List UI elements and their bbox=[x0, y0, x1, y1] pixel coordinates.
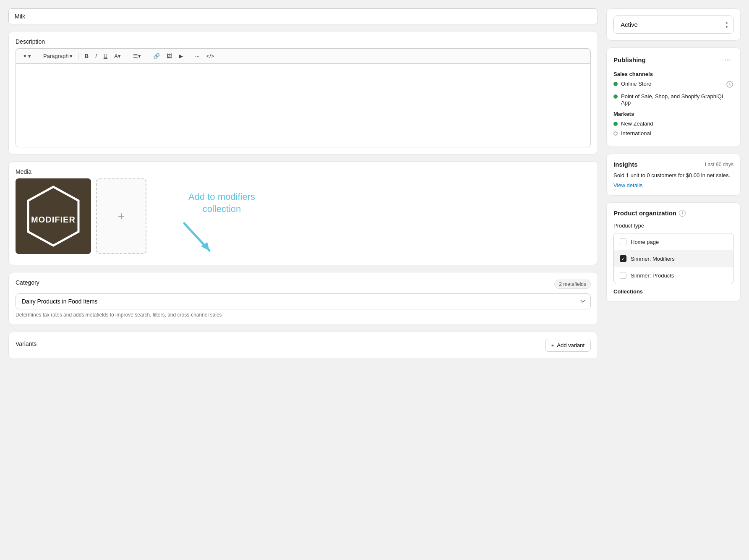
underline-button[interactable]: U bbox=[101, 51, 110, 61]
org-title-row: Product organization i bbox=[613, 209, 733, 217]
markets-section: Markets New Zealand International bbox=[613, 111, 733, 136]
media-label: Media bbox=[16, 168, 591, 175]
category-label: Category bbox=[16, 279, 39, 286]
editor-toolbar: ✦ ▾ Paragraph ▾ B I bbox=[16, 48, 591, 63]
sales-channels-label: Sales channels bbox=[613, 71, 733, 77]
view-details-link[interactable]: View details bbox=[613, 182, 642, 188]
category-section: Category 2 metafields Dairy Products in … bbox=[8, 272, 598, 325]
add-variant-label: Add variant bbox=[557, 342, 585, 348]
annotation-text: Add to modifierscollection bbox=[155, 183, 255, 215]
toolbar-divider-5 bbox=[189, 52, 189, 60]
category-hint: Determines tax rates and adds metafields… bbox=[16, 312, 591, 318]
publishing-card: Publishing ··· Sales channels Online Sto… bbox=[606, 47, 741, 147]
info-icon: i bbox=[679, 210, 686, 217]
annotation-arrow bbox=[155, 219, 222, 258]
description-label: Description bbox=[16, 38, 591, 45]
channel-name-pos: Point of Sale, Shop, and Shopify GraphiQ… bbox=[621, 93, 733, 106]
image-button[interactable]: 🖼 bbox=[164, 51, 175, 61]
text-color-button[interactable]: A▾ bbox=[112, 51, 123, 61]
media-row: MODIFIER + Add to modifierscollection bbox=[16, 178, 591, 258]
paragraph-arrow: ▾ bbox=[70, 53, 73, 59]
category-header: Category 2 metafields bbox=[16, 279, 591, 289]
more-options-button[interactable]: ··· bbox=[193, 51, 202, 61]
channels-list: Online Store Point of Sale, Shop, and Sh… bbox=[613, 81, 733, 106]
variants-section: Variants + Add variant bbox=[8, 332, 598, 359]
insights-card: Insights Last 90 days Sold 1 unit to 0 c… bbox=[606, 154, 741, 196]
collection-name-homepage: Home page bbox=[631, 239, 659, 245]
toolbar-divider-4 bbox=[147, 52, 147, 60]
bold-button[interactable]: B bbox=[82, 51, 91, 61]
channel-name-online: Online Store bbox=[621, 81, 651, 87]
add-variant-button[interactable]: + Add variant bbox=[545, 339, 591, 352]
editor-body[interactable] bbox=[16, 63, 591, 147]
collection-checkbox-homepage[interactable] bbox=[620, 238, 626, 245]
sparkle-icon: ✦ bbox=[23, 53, 27, 59]
status-card: Active Draft ▲ ▼ bbox=[606, 8, 741, 41]
market-intl: International bbox=[613, 130, 733, 136]
collection-name-products: Simmer: Products bbox=[631, 272, 674, 279]
toolbar-divider-2 bbox=[78, 52, 79, 60]
market-name-nz: New Zealand bbox=[621, 120, 653, 127]
toolbar-divider-3 bbox=[127, 52, 127, 60]
schedule-icon[interactable] bbox=[726, 81, 733, 90]
collections-label: Collections bbox=[613, 288, 733, 295]
add-media-button[interactable]: + bbox=[96, 178, 146, 254]
metafields-badge[interactable]: 2 metafields bbox=[554, 280, 591, 289]
annotation-column: Add to modifierscollection bbox=[155, 178, 255, 258]
status-select[interactable]: Active Draft bbox=[613, 16, 733, 34]
video-icon: ▶ bbox=[179, 53, 183, 59]
media-section: Media MODIFIER bbox=[8, 161, 598, 265]
variants-label: Variants bbox=[16, 340, 37, 347]
product-type-label: Product type bbox=[613, 222, 733, 229]
publishing-title-row: Publishing ··· bbox=[613, 55, 733, 65]
product-title-input[interactable]: Milk bbox=[8, 8, 598, 24]
align-button[interactable]: ☰▾ bbox=[130, 51, 144, 61]
align-icon: ☰▾ bbox=[133, 53, 141, 59]
bold-label: B bbox=[85, 53, 89, 59]
collection-name-modifiers: Simmer: Modifiers bbox=[631, 256, 675, 262]
publishing-more-button[interactable]: ··· bbox=[722, 55, 733, 65]
channel-pos: Point of Sale, Shop, and Shopify GraphiQ… bbox=[613, 93, 733, 106]
media-thumbnail-modifier[interactable]: MODIFIER bbox=[16, 178, 91, 254]
market-dot-intl bbox=[613, 131, 618, 136]
italic-button[interactable]: I bbox=[93, 51, 99, 61]
product-title-section: Milk bbox=[8, 8, 598, 24]
publishing-title: Publishing bbox=[613, 56, 646, 63]
media-thumbnails: MODIFIER + bbox=[16, 178, 146, 254]
collections-dropdown: Home page Simmer: Modifiers Simmer: Prod… bbox=[613, 233, 733, 284]
toolbar-divider-1 bbox=[37, 52, 37, 60]
paragraph-dropdown[interactable]: Paragraph ▾ bbox=[41, 51, 75, 61]
plus-icon: + bbox=[118, 209, 125, 223]
collection-checkbox-products[interactable] bbox=[620, 272, 626, 279]
code-icon: </> bbox=[206, 53, 214, 59]
channel-dot-online bbox=[613, 82, 618, 86]
collection-item-modifiers[interactable]: Simmer: Modifiers bbox=[614, 250, 733, 267]
code-button[interactable]: </> bbox=[204, 51, 217, 61]
plus-icon-variants: + bbox=[551, 342, 555, 348]
collection-item-homepage[interactable]: Home page bbox=[614, 233, 733, 250]
insights-title: Insights bbox=[613, 161, 638, 168]
svg-text:MODIFIER: MODIFIER bbox=[31, 215, 76, 224]
description-section: Description ✦ ▾ Paragraph ▾ B bbox=[8, 31, 598, 154]
markets-label: Markets bbox=[613, 111, 733, 117]
text-color-icon: A▾ bbox=[114, 53, 121, 59]
video-button[interactable]: ▶ bbox=[176, 51, 185, 61]
org-title: Product organization bbox=[613, 209, 676, 217]
insights-period: Last 90 days bbox=[705, 162, 733, 167]
link-icon: 🔗 bbox=[153, 53, 160, 59]
collection-checkbox-modifiers[interactable] bbox=[620, 255, 626, 262]
market-nz: New Zealand bbox=[613, 120, 733, 127]
ai-button[interactable]: ✦ ▾ bbox=[20, 51, 34, 61]
paragraph-label: Paragraph bbox=[43, 53, 69, 59]
link-button[interactable]: 🔗 bbox=[151, 51, 162, 61]
italic-label: I bbox=[95, 53, 97, 59]
collection-item-products[interactable]: Simmer: Products bbox=[614, 267, 733, 284]
channel-online-store: Online Store bbox=[613, 81, 733, 90]
product-organization-card: Product organization i Product type Home… bbox=[606, 202, 741, 302]
modifier-svg: MODIFIER bbox=[16, 178, 91, 254]
image-icon: 🖼 bbox=[167, 53, 172, 59]
category-select[interactable]: Dairy Products in Food Items bbox=[16, 293, 591, 309]
channel-dot-pos bbox=[613, 94, 618, 99]
underline-label: U bbox=[104, 53, 107, 59]
market-dot-nz bbox=[613, 122, 618, 126]
